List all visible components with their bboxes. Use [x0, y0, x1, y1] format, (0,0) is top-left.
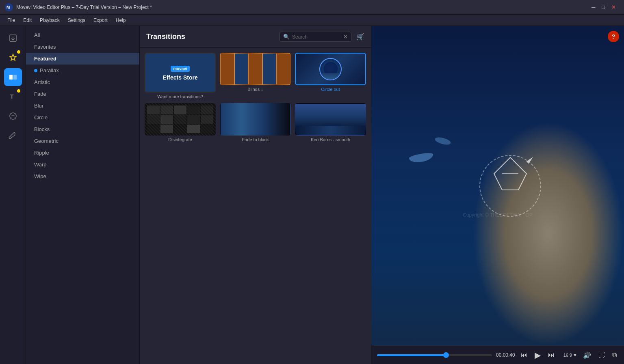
categories-panel: All Favorites Featured Parallax Artistic… [26, 26, 140, 364]
title-bar: M Movavi Video Editor Plus – 7-Day Trial… [0, 0, 624, 15]
menu-bar: File Edit Playback Settings Export Help [0, 15, 624, 26]
titles-dot [17, 89, 20, 93]
maximize-button[interactable]: □ [598, 3, 608, 11]
circle-out-thumb [295, 53, 366, 85]
app-icon: M [5, 3, 13, 11]
effects-dot [17, 50, 20, 54]
menu-playback[interactable]: Playback [36, 16, 64, 25]
blinds-label: Blinds ↓ [247, 87, 263, 92]
transitions-header: Transitions 🔍 ✕ 🛒 [140, 26, 371, 48]
close-button[interactable]: ✕ [608, 3, 619, 11]
preview-video: Copyright © THESOFTWA OP ? [371, 26, 624, 346]
disintegrate-thumb [145, 103, 216, 136]
svg-rect-4 [9, 75, 13, 80]
category-all[interactable]: All [26, 29, 139, 41]
menu-settings[interactable]: Settings [64, 16, 89, 25]
category-favorites[interactable]: Favorites [26, 41, 139, 53]
diamond-overlay [474, 149, 547, 222]
search-input[interactable] [292, 34, 341, 40]
menu-help[interactable]: Help [112, 16, 130, 25]
aspect-ratio-button[interactable]: 16:9 ▼ [563, 353, 577, 358]
progress-fill [377, 354, 446, 356]
store-title: Effects Store [162, 74, 197, 81]
menu-edit[interactable]: Edit [19, 16, 36, 25]
blinds-thumb [220, 53, 291, 85]
tools-button[interactable] [4, 127, 22, 144]
left-toolbar: T [0, 26, 26, 364]
svg-rect-5 [13, 75, 17, 80]
svg-point-8 [480, 155, 541, 216]
fullscreen-button[interactable]: ⛶ [597, 351, 607, 360]
play-button[interactable]: ▶ [533, 349, 542, 361]
effects-button[interactable] [4, 49, 22, 67]
preview-panel: Copyright © THESOFTWA OP ? 00:00:40 ⏮ ▶ … [371, 26, 624, 364]
store-sublabel: Want more transitions? [157, 94, 203, 99]
transitions-button[interactable] [4, 68, 22, 86]
category-ripple[interactable]: Ripple [26, 147, 139, 159]
search-icon: 🔍 [283, 34, 290, 40]
circle-out-card[interactable]: Circle out [295, 53, 366, 99]
circle-out-label: Circle out [321, 87, 340, 92]
preview-background: Copyright © THESOFTWA OP [371, 26, 624, 346]
aspect-ratio-value: 16:9 [563, 353, 572, 358]
category-blur[interactable]: Blur [26, 100, 139, 112]
ken-burns-label: Ken Burns - smooth [311, 137, 350, 142]
transitions-title: Transitions [146, 32, 185, 41]
progress-thumb[interactable] [443, 352, 449, 358]
fade-to-black-thumb [220, 103, 291, 136]
progress-bar[interactable] [377, 354, 492, 356]
transitions-search-row: 🔍 ✕ 🛒 [280, 32, 364, 42]
category-geometric[interactable]: Geometric [26, 135, 139, 147]
clear-search-icon[interactable]: ✕ [343, 34, 348, 40]
category-blocks[interactable]: Blocks [26, 123, 139, 135]
skip-forward-button[interactable]: ⏭ [546, 351, 556, 360]
skip-back-button[interactable]: ⏮ [519, 351, 529, 360]
search-box: 🔍 ✕ [280, 32, 351, 42]
category-circle[interactable]: Circle [26, 112, 139, 123]
preview-controls: 00:00:40 ⏮ ▶ ⏭ 16:9 ▼ 🔊 ⛶ ⧉ [371, 346, 624, 364]
category-list: All Favorites Featured Parallax Artistic… [26, 26, 139, 185]
menu-file[interactable]: File [3, 16, 19, 25]
movavi-badge: movavi [171, 66, 189, 72]
store-card-content: movavi Effects Store [145, 54, 215, 93]
ken-burns-card[interactable]: Ken Burns - smooth [295, 103, 366, 142]
effects-store-thumb: movavi Effects Store [145, 53, 216, 93]
filters-button[interactable] [4, 107, 22, 125]
minimize-button[interactable]: ─ [588, 3, 598, 11]
menu-export[interactable]: Export [89, 16, 112, 25]
svg-text:T: T [10, 93, 14, 100]
ken-burns-thumb [295, 103, 366, 136]
cart-icon[interactable]: 🛒 [356, 33, 364, 41]
svg-text:M: M [6, 5, 10, 10]
category-featured[interactable]: Featured [26, 53, 139, 65]
fade-to-black-label: Fade to black [242, 137, 269, 142]
transitions-dot [17, 70, 20, 73]
titles-button[interactable]: T [4, 88, 22, 106]
parallax-dot [34, 69, 37, 72]
disintegrate-card[interactable]: Disintegrate [145, 103, 216, 142]
import-button[interactable] [4, 29, 22, 47]
blinds-card[interactable]: Blinds ↓ [220, 53, 291, 99]
effects-store-card[interactable]: movavi Effects Store Want more transitio… [145, 53, 216, 99]
disintegrate-label: Disintegrate [168, 137, 192, 142]
app-title: Movavi Video Editor Plus – 7-Day Trial V… [16, 4, 588, 10]
main-layout: T All Favorites Featured Parallax Artist… [0, 26, 624, 364]
category-parallax[interactable]: Parallax [26, 65, 139, 76]
category-wipe[interactable]: Wipe [26, 170, 139, 182]
transitions-panel: Transitions 🔍 ✕ 🛒 movavi Effects Store [140, 26, 371, 364]
category-warp[interactable]: Warp [26, 159, 139, 170]
pip-button[interactable]: ⧉ [611, 351, 618, 360]
category-artistic[interactable]: Artistic [26, 76, 139, 88]
transitions-grid: movavi Effects Store Want more transitio… [140, 48, 371, 147]
category-fade[interactable]: Fade [26, 88, 139, 100]
volume-button[interactable]: 🔊 [581, 351, 593, 360]
copyright-overlay: Copyright © THESOFTWA OP [463, 212, 533, 218]
fade-to-black-card[interactable]: Fade to black [220, 103, 291, 142]
aspect-ratio-chevron: ▼ [573, 353, 577, 358]
time-display: 00:00:40 [496, 352, 515, 358]
help-button[interactable]: ? [608, 31, 619, 42]
